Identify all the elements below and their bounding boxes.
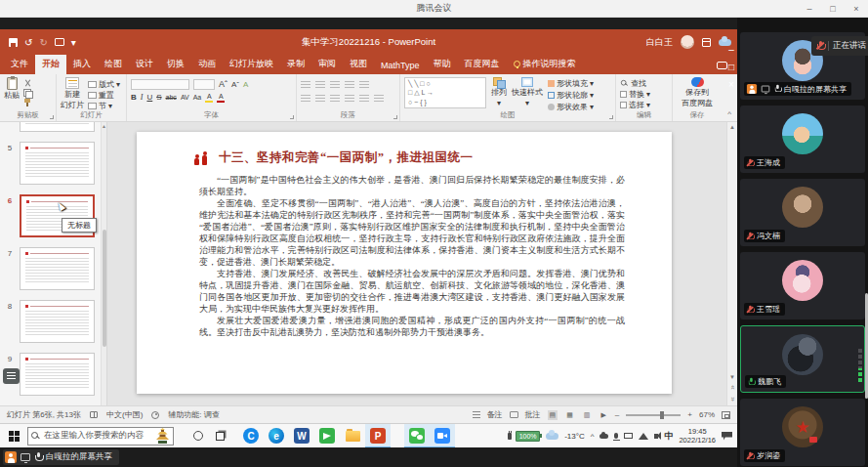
shape-outline-button[interactable]: 形状轮廓▾	[548, 90, 594, 101]
task-view-button[interactable]	[209, 432, 230, 441]
bold-button[interactable]: B	[131, 93, 137, 102]
grow-font-icon[interactable]: Aˆ	[219, 79, 227, 89]
tab-slideshow[interactable]: 幻灯片放映	[223, 54, 280, 74]
battery-indicator[interactable]: 100%	[516, 431, 540, 442]
clear-format-icon[interactable]: A	[243, 80, 248, 89]
taskbar-app-powerpoint[interactable]: P	[365, 424, 391, 448]
strikethrough-button[interactable]: S	[156, 93, 161, 102]
indent-decrease-icon[interactable]	[330, 81, 340, 90]
cortana-button[interactable]	[187, 431, 209, 441]
display-tray-icon[interactable]	[624, 433, 633, 439]
numbering-icon[interactable]	[315, 81, 325, 90]
start-button[interactable]	[0, 431, 27, 442]
columns-icon[interactable]	[359, 95, 369, 104]
char-spacing-button[interactable]: AV	[181, 94, 189, 101]
shapes-gallery[interactable]: ╲ ╲ □ ○ □ △ L → ○ ~ { }	[404, 77, 486, 108]
save-icon[interactable]	[9, 38, 18, 47]
dialog-launcher-icon[interactable]	[50, 115, 54, 119]
paste-button[interactable]: 粘贴	[4, 77, 20, 106]
comments-button[interactable]: 批注	[525, 409, 541, 420]
qat-customize-icon[interactable]: ▾	[71, 37, 76, 48]
font-size-combobox[interactable]	[193, 79, 215, 90]
participant-tile[interactable]: 王海成	[740, 106, 865, 173]
participant-tile[interactable]: 冯文楠	[740, 179, 865, 246]
temperature-label[interactable]: -13°C	[564, 432, 585, 441]
scroll-down-icon[interactable]: ▼	[729, 374, 735, 380]
account-avatar[interactable]	[681, 35, 694, 49]
microphone-tray-icon[interactable]	[614, 433, 618, 439]
reset-button[interactable]: 重置	[88, 90, 120, 100]
tab-record[interactable]: 录制	[280, 54, 311, 74]
save-to-baidu-pan-button[interactable]: 保存到 百度网盘	[677, 77, 718, 108]
tab-help[interactable]: 帮助	[427, 54, 458, 74]
new-slide-button[interactable]: 新建 幻灯片	[61, 77, 84, 110]
slide-title[interactable]: 十三、坚持和完善“一国两制”，推进祖国统一	[219, 149, 474, 166]
align-left-icon[interactable]	[301, 95, 310, 104]
tab-view[interactable]: 视图	[343, 54, 374, 74]
indent-increase-icon[interactable]	[345, 81, 354, 90]
tell-me-search[interactable]: 操作说明搜索	[507, 54, 583, 74]
arrange-button[interactable]: 排列 ▾	[491, 77, 507, 108]
thumbnail-slide-4-partial[interactable]	[0, 122, 95, 132]
font-name-combobox[interactable]	[131, 79, 189, 90]
volume-icon[interactable]	[654, 434, 658, 439]
taskbar-search-input[interactable]: 在这里输入你要搜索的内容	[27, 427, 174, 446]
ppt-restore-icon[interactable]: □	[719, 62, 744, 72]
line-spacing-icon[interactable]	[359, 81, 369, 90]
normal-view-button[interactable]: ▤	[548, 410, 558, 420]
tab-file[interactable]: 文件	[4, 54, 35, 74]
highlight-color-button[interactable]: A	[205, 93, 213, 103]
previous-slide-icon[interactable]: «	[727, 385, 736, 389]
replace-button[interactable]: 替换▾	[620, 89, 668, 99]
wifi-icon[interactable]	[639, 433, 648, 440]
tab-design[interactable]: 设计	[129, 54, 160, 74]
accessibility-label[interactable]: 辅助功能: 调查	[168, 409, 219, 420]
shape-fill-button[interactable]: 形状填充▾	[548, 78, 594, 89]
scroll-up-icon[interactable]: ▲	[102, 123, 106, 129]
scrollbar-thumb[interactable]	[103, 230, 106, 347]
thumbnail-slide-8[interactable]: 8	[0, 300, 95, 343]
find-button[interactable]: 查找	[620, 78, 668, 88]
slide-canvas[interactable]: 十三、坚持和完善“一国两制”，推进祖国统一 “一国两制”是中国特色社会主义的伟大…	[137, 132, 672, 394]
notification-center-icon[interactable]	[722, 432, 732, 441]
text-direction-icon[interactable]	[374, 95, 384, 104]
taskbar-app-explorer[interactable]	[340, 424, 365, 448]
shadow-button[interactable]: abc	[166, 94, 177, 101]
thumbnail-slide-5[interactable]: 5	[0, 142, 95, 185]
format-painter-icon[interactable]	[23, 99, 32, 106]
taskbar-app-green-bird[interactable]	[314, 424, 340, 448]
thumbnail-scrollbar[interactable]: ▲	[101, 122, 106, 405]
align-center-icon[interactable]	[315, 95, 325, 104]
next-slide-icon[interactable]: »	[727, 397, 736, 401]
zoom-out-icon[interactable]: –	[615, 410, 619, 419]
taskbar-app-edge[interactable]: e	[264, 424, 289, 448]
copy-icon[interactable]	[23, 89, 32, 97]
change-case-button[interactable]: Aa	[193, 94, 202, 101]
taskbar-app-wechat[interactable]	[404, 424, 430, 448]
shrink-font-icon[interactable]: Aˇ	[231, 80, 239, 89]
dialog-launcher-icon[interactable]	[290, 115, 294, 119]
cut-icon[interactable]	[23, 79, 32, 87]
collapse-ribbon-icon[interactable]: ^	[727, 109, 731, 118]
quick-styles-button[interactable]: 快速样式 ▾	[512, 77, 543, 108]
cloud-sync-icon[interactable]	[599, 434, 608, 439]
align-right-icon[interactable]	[330, 95, 340, 104]
tab-transitions[interactable]: 切换	[160, 54, 191, 74]
tab-mathtype[interactable]: MathType	[374, 57, 427, 74]
ime-indicator[interactable]: 中	[664, 430, 673, 443]
zoom-in-icon[interactable]: +	[687, 410, 692, 419]
scroll-up-icon[interactable]: ▲	[727, 124, 737, 130]
reading-view-button[interactable]: ▥	[582, 410, 593, 420]
fit-to-window-icon[interactable]	[722, 411, 730, 419]
zoom-slider[interactable]	[626, 414, 681, 416]
slide-body-text[interactable]: “一国两制”是中国特色社会主义的伟大创举，是香港、澳门回归后保持长期繁荣稳定的最…	[199, 174, 625, 338]
share-banner[interactable]: 白嘎拉的屏幕共享	[3, 449, 119, 465]
slide-sorter-view-button[interactable]: ▦	[564, 410, 575, 420]
taskbar-app-word[interactable]: W	[289, 424, 314, 448]
dialog-launcher-icon[interactable]	[609, 115, 613, 119]
italic-button[interactable]: I	[141, 93, 144, 102]
slideshow-icon[interactable]	[55, 38, 64, 46]
underline-button[interactable]: U	[146, 93, 152, 102]
ribbon-display-options-icon[interactable]	[702, 38, 711, 47]
tab-draw[interactable]: 绘图	[98, 54, 129, 74]
